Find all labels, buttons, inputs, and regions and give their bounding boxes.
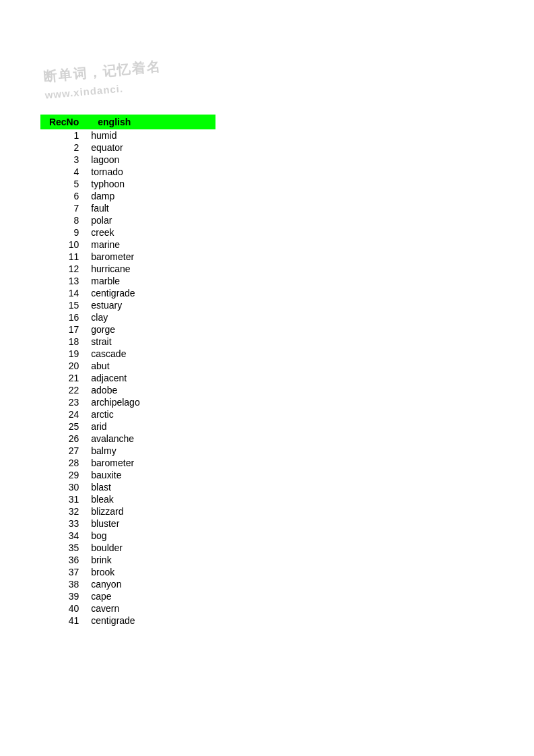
cell-recno: 36 — [40, 554, 84, 566]
cell-recno: 32 — [40, 505, 84, 517]
table-row: 15estuary — [40, 299, 215, 311]
cell-english: arctic — [84, 408, 215, 420]
cell-recno: 6 — [40, 190, 84, 202]
cell-english: barometer — [84, 457, 215, 469]
cell-english: gorge — [84, 323, 215, 336]
table-row: 30blast — [40, 481, 215, 493]
cell-recno: 14 — [40, 287, 84, 299]
cell-recno: 16 — [40, 311, 84, 323]
cell-english: blizzard — [84, 505, 215, 517]
table-row: 10marine — [40, 239, 215, 251]
table-row: 41centigrade — [40, 615, 215, 627]
cell-recno: 30 — [40, 481, 84, 493]
cell-english: archipelago — [84, 396, 215, 408]
cell-recno: 40 — [40, 602, 84, 615]
table-row: 18strait — [40, 336, 215, 348]
table-row: 9creek — [40, 226, 215, 239]
cell-english: canyon — [84, 578, 215, 590]
table-row: 32blizzard — [40, 505, 215, 517]
cell-recno: 12 — [40, 263, 84, 275]
cell-recno: 39 — [40, 590, 84, 602]
cell-recno: 4 — [40, 166, 84, 178]
cell-english: estuary — [84, 299, 215, 311]
table-row: 4tornado — [40, 166, 215, 178]
table-row: 16clay — [40, 311, 215, 323]
cell-english: brook — [84, 566, 215, 578]
cell-recno: 35 — [40, 542, 84, 554]
cell-recno: 25 — [40, 420, 84, 433]
cell-recno: 9 — [40, 226, 84, 239]
header-english: english — [84, 115, 215, 129]
cell-recno: 17 — [40, 323, 84, 336]
cell-recno: 11 — [40, 251, 84, 263]
cell-english: centigrade — [84, 287, 215, 299]
cell-english: polar — [84, 214, 215, 226]
table-row: 35boulder — [40, 542, 215, 554]
cell-recno: 8 — [40, 214, 84, 226]
cell-english: hurricane — [84, 263, 215, 275]
cell-recno: 23 — [40, 396, 84, 408]
cell-english: strait — [84, 336, 215, 348]
cell-recno: 41 — [40, 615, 84, 627]
table-row: 24arctic — [40, 408, 215, 420]
cell-english: brink — [84, 554, 215, 566]
cell-recno: 24 — [40, 408, 84, 420]
cell-english: cavern — [84, 602, 215, 615]
cell-recno: 33 — [40, 517, 84, 530]
cell-recno: 7 — [40, 202, 84, 214]
table-row: 8polar — [40, 214, 215, 226]
cell-english: barometer — [84, 251, 215, 263]
cell-english: typhoon — [84, 178, 215, 190]
table-row: 28barometer — [40, 457, 215, 469]
table-container: RecNo english 1humid2equator3lagoon4torn… — [40, 115, 494, 627]
table-row: 1humid — [40, 129, 215, 141]
cell-recno: 18 — [40, 336, 84, 348]
cell-english: cape — [84, 590, 215, 602]
cell-recno: 27 — [40, 445, 84, 457]
cell-recno: 15 — [40, 299, 84, 311]
cell-recno: 21 — [40, 372, 84, 384]
watermark: 断单词，记忆着名 www.xindanci. — [42, 55, 164, 103]
table-row: 25arid — [40, 420, 215, 433]
cell-recno: 13 — [40, 275, 84, 287]
cell-english: marble — [84, 275, 215, 287]
cell-english: boulder — [84, 542, 215, 554]
cell-recno: 3 — [40, 154, 84, 166]
cell-english: fault — [84, 202, 215, 214]
table-row: 7fault — [40, 202, 215, 214]
table-row: 2equator — [40, 141, 215, 154]
cell-recno: 38 — [40, 578, 84, 590]
cell-english: balmy — [84, 445, 215, 457]
cell-recno: 31 — [40, 493, 84, 505]
table-row: 36brink — [40, 554, 215, 566]
cell-english: avalanche — [84, 433, 215, 445]
table-row: 14centigrade — [40, 287, 215, 299]
table-row: 20abut — [40, 360, 215, 372]
table-row: 13marble — [40, 275, 215, 287]
table-row: 27balmy — [40, 445, 215, 457]
cell-english: equator — [84, 141, 215, 154]
table-row: 31bleak — [40, 493, 215, 505]
cell-recno: 19 — [40, 348, 84, 360]
table-row: 11barometer — [40, 251, 215, 263]
cell-recno: 1 — [40, 129, 84, 141]
cell-english: humid — [84, 129, 215, 141]
table-row: 40cavern — [40, 602, 215, 615]
cell-recno: 2 — [40, 141, 84, 154]
cell-english: cascade — [84, 348, 215, 360]
table-row: 5typhoon — [40, 178, 215, 190]
cell-recno: 34 — [40, 530, 84, 542]
cell-english: blast — [84, 481, 215, 493]
watermark-line1: 断单词，记忆着名 — [42, 55, 162, 87]
header-recno: RecNo — [40, 115, 84, 129]
table-row: 19cascade — [40, 348, 215, 360]
cell-english: marine — [84, 239, 215, 251]
cell-english: adobe — [84, 384, 215, 396]
table-header-row: RecNo english — [40, 115, 215, 129]
table-row: 17gorge — [40, 323, 215, 336]
cell-recno: 10 — [40, 239, 84, 251]
vocabulary-table: RecNo english 1humid2equator3lagoon4torn… — [40, 115, 215, 627]
table-row: 39cape — [40, 590, 215, 602]
table-row: 3lagoon — [40, 154, 215, 166]
table-row: 21adjacent — [40, 372, 215, 384]
